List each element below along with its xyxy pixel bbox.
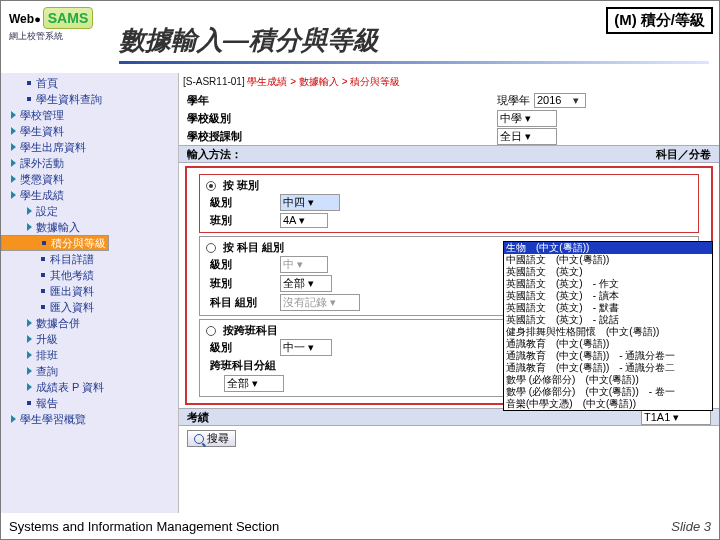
sidebar-item-label: 學生出席資料 <box>20 140 86 155</box>
sidebar-item-1[interactable]: 學生資料查詢 <box>1 91 178 107</box>
triangle-icon <box>11 159 16 167</box>
sidebar-item-15[interactable]: 數據合併 <box>1 315 178 331</box>
footer-slide-label: Slide <box>671 519 700 534</box>
sidebar-item-label: 學生資料 <box>20 124 64 139</box>
sidebar-item-0[interactable]: 首頁 <box>1 75 178 91</box>
sidebar-item-6[interactable]: 獎懲資料 <box>1 171 178 187</box>
dropdown-option[interactable]: 英國語文 (英文) - 默書 <box>504 302 712 314</box>
breadcrumb: [S-ASR11-01] 學生成績 > 數據輸入 > 積分與等級 <box>179 73 719 91</box>
m1-class-label: 班別 <box>210 213 280 228</box>
triangle-icon <box>27 223 32 231</box>
sidebar-item-20[interactable]: 報告 <box>1 395 178 411</box>
triangle-icon <box>27 319 32 327</box>
sidebar-item-label: 其他考績 <box>50 268 94 283</box>
sidebar-item-4[interactable]: 學生出席資料 <box>1 139 178 155</box>
footer: Systems and Information Management Secti… <box>1 513 719 539</box>
main-panel: [S-ASR11-01] 學生成績 > 數據輸入 > 積分與等級 學年 現學年 … <box>179 73 719 513</box>
sidebar-item-label: 獎懲資料 <box>20 172 64 187</box>
sidebar-item-label: 匯入資料 <box>50 300 94 315</box>
year-select[interactable]: 2016▾ <box>534 93 586 108</box>
m2-level-select[interactable]: 中 ▾ <box>280 256 328 273</box>
m3-level-select[interactable]: 中一 ▾ <box>280 339 332 356</box>
dropdown-option[interactable]: 健身排舞與性格開懷 (中文(粵語)) <box>504 326 712 338</box>
sidebar-item-5[interactable]: 課外活動 <box>1 155 178 171</box>
triangle-icon <box>27 207 32 215</box>
dropdown-option[interactable]: 通識教育 (中文(粵語)) - 通識分卷一 <box>504 350 712 362</box>
sidebar-item-19[interactable]: 成績表 P 資料 <box>1 379 178 395</box>
chevron-down-icon: ▾ <box>569 94 583 107</box>
dropdown-selected[interactable]: 生物 (中文(粵語)) <box>504 242 712 254</box>
assessment-label: 考績 <box>187 410 209 425</box>
triangle-icon <box>11 191 16 199</box>
sidebar-item-13[interactable]: 匯出資料 <box>1 283 178 299</box>
bullet-icon <box>42 241 46 245</box>
sidebar-item-label: 升級 <box>36 332 58 347</box>
dropdown-option[interactable]: 通識教育 (中文(粵語)) - 通識分卷二 <box>504 362 712 374</box>
bullet-icon <box>27 97 31 101</box>
sidebar-item-3[interactable]: 學生資料 <box>1 123 178 139</box>
input-method-bar: 輸入方法： 科目／分卷 <box>179 145 719 163</box>
sidebar-item-17[interactable]: 排班 <box>1 347 178 363</box>
radio-cross-class[interactable] <box>206 326 216 336</box>
dropdown-option[interactable]: 英國語文 (英文) <box>504 266 712 278</box>
m2-group-select[interactable]: 沒有記錄 ▾ <box>280 294 360 311</box>
sidebar-item-label: 排班 <box>36 348 58 363</box>
session-select[interactable]: 全日 ▾ <box>497 128 557 145</box>
dropdown-option[interactable]: 英國語文 (英文) - 作文 <box>504 278 712 290</box>
dropdown-option[interactable]: 數學 (必修部分) (中文(粵語)) - 卷一 <box>504 386 712 398</box>
dropdown-option[interactable]: 音樂(中學文憑) (中文(粵語)) <box>504 398 712 410</box>
dropdown-option[interactable]: 英國語文 (英文) - 說話 <box>504 314 712 326</box>
sidebar-item-21[interactable]: 學生學習概覽 <box>1 411 178 427</box>
bullet-icon <box>27 401 31 405</box>
bullet-icon <box>41 289 45 293</box>
triangle-icon <box>11 127 16 135</box>
sidebar-item-14[interactable]: 匯入資料 <box>1 299 178 315</box>
method-cross-class-title: 按跨班科目 <box>223 323 278 338</box>
year-prefix: 現學年 <box>497 93 530 108</box>
sidebar-item-label: 課外活動 <box>20 156 64 171</box>
school-level-select[interactable]: 中學 ▾ <box>497 110 557 127</box>
bullet-icon <box>41 305 45 309</box>
sidebar-item-label: 成績表 P 資料 <box>36 380 104 395</box>
triangle-icon <box>11 143 16 151</box>
m1-level-select[interactable]: 中四 ▾ <box>280 194 340 211</box>
sidebar-item-label: 學生成績 <box>20 188 64 203</box>
sidebar-item-10[interactable]: 積分與等級 <box>1 235 109 251</box>
sidebar-item-2[interactable]: 學校管理 <box>1 107 178 123</box>
sidebar-item-label: 匯出資料 <box>50 284 94 299</box>
search-button[interactable]: 搜尋 <box>187 430 236 447</box>
sidebar-item-8[interactable]: 設定 <box>1 203 178 219</box>
breadcrumb-code: [S-ASR11-01] <box>183 76 245 87</box>
sidebar-item-18[interactable]: 查詢 <box>1 363 178 379</box>
breadcrumb-path: 學生成績 > 數據輸入 > 積分與等級 <box>247 76 400 87</box>
dropdown-option[interactable]: 數學 (必修部分) (中文(粵語)) <box>504 374 712 386</box>
triangle-icon <box>27 383 32 391</box>
dropdown-option[interactable]: 通識教育 (中文(粵語)) <box>504 338 712 350</box>
m3-group-select[interactable]: 全部 ▾ <box>224 375 284 392</box>
triangle-icon <box>27 351 32 359</box>
dropdown-option[interactable]: 中國語文 (中文(粵語)) <box>504 254 712 266</box>
method-by-class: 按 班別 級別中四 ▾ 班別4A ▾ <box>199 174 699 233</box>
triangle-icon <box>27 335 32 343</box>
search-icon <box>194 434 204 444</box>
dropdown-option[interactable]: 英國語文 (英文) - 讀本 <box>504 290 712 302</box>
m2-class-select[interactable]: 全部 ▾ <box>280 275 332 292</box>
sidebar-item-9[interactable]: 數據輸入 <box>1 219 178 235</box>
sidebar-item-7[interactable]: 學生成績 <box>1 187 178 203</box>
sidebar-item-label: 查詢 <box>36 364 58 379</box>
m2-group-label: 科目 組別 <box>210 295 280 310</box>
bullet-icon <box>41 273 45 277</box>
sidebar-item-label: 學生學習概覽 <box>20 412 86 427</box>
bullet-icon <box>27 81 31 85</box>
sidebar-item-16[interactable]: 升級 <box>1 331 178 347</box>
subject-dropdown-open[interactable]: 生物 (中文(粵語)) 中國語文 (中文(粵語))英國語文 (英文)英國語文 (… <box>503 241 713 411</box>
sidebar-item-12[interactable]: 其他考績 <box>1 267 178 283</box>
sidebar-item-11[interactable]: 科目詳譜 <box>1 251 178 267</box>
sidebar-item-label: 首頁 <box>36 76 58 91</box>
page-title: 數據輸入—積分與等級 <box>119 23 379 58</box>
radio-by-subject-group[interactable] <box>206 243 216 253</box>
m1-class-select[interactable]: 4A ▾ <box>280 213 328 228</box>
radio-by-class[interactable] <box>206 181 216 191</box>
assessment-select[interactable]: T1A1 ▾ <box>641 410 711 425</box>
title-underline <box>119 61 709 64</box>
